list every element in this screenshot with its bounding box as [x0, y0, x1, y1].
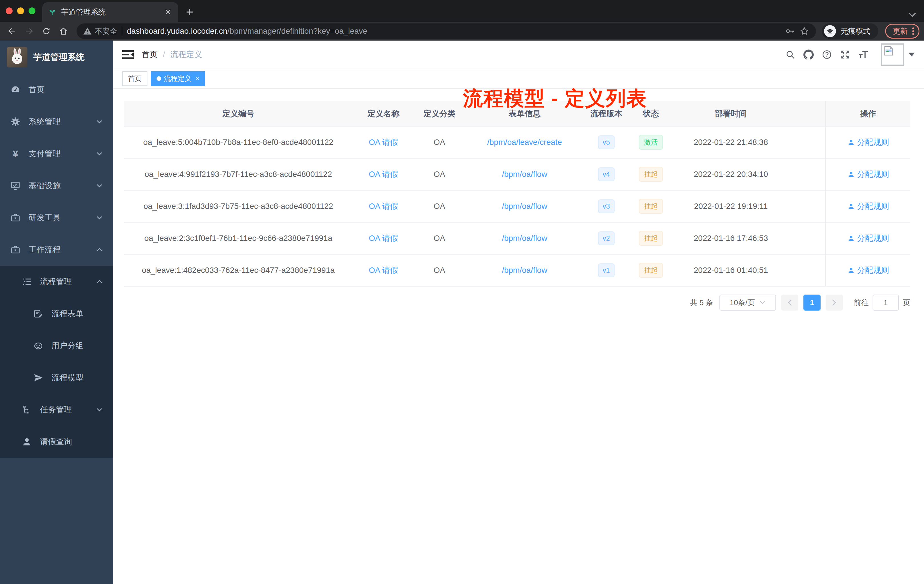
definition-name-link[interactable]: OA 请假	[369, 266, 398, 275]
chevron-down-icon	[96, 118, 103, 125]
chevron-down-icon	[96, 182, 103, 189]
version-badge: v3	[598, 200, 614, 213]
definition-name-link[interactable]: OA 请假	[369, 170, 398, 178]
home-icon[interactable]	[56, 24, 71, 39]
close-window-button[interactable]	[6, 7, 13, 14]
incognito-indicator[interactable]: 无痕模式	[822, 23, 878, 39]
assign-rule-button[interactable]: 分配规则	[847, 265, 889, 276]
briefcase-icon	[10, 244, 21, 255]
version-badge: v2	[598, 231, 614, 245]
sidebar-item-label: 流程表单	[51, 308, 113, 319]
address-bar[interactable]: 不安全 dashboard.yudao.iocoder.cn/bpm/manag…	[77, 23, 816, 39]
form-link[interactable]: /bpm/oa/flow	[502, 234, 548, 243]
col-header-name: 定义名称	[353, 101, 414, 126]
page-number-button[interactable]: 1	[804, 295, 820, 310]
definition-name-link[interactable]: OA 请假	[369, 202, 398, 211]
breadcrumb-home[interactable]: 首页	[142, 49, 158, 60]
sidebar-item-system[interactable]: 系统管理	[0, 106, 113, 138]
cell-category: OA	[414, 158, 465, 190]
version-badge: v4	[598, 167, 614, 181]
next-page-button[interactable]	[826, 295, 843, 310]
sidebar-item-label: 基础设施	[28, 180, 96, 191]
assign-rule-button[interactable]: 分配规则	[847, 201, 889, 212]
new-tab-button[interactable]	[182, 4, 198, 20]
user-icon	[847, 267, 855, 274]
sidebar-item-process-management[interactable]: 流程管理	[0, 266, 113, 298]
reload-icon[interactable]	[39, 24, 54, 39]
form-link[interactable]: /bpm/oa/flow	[502, 202, 548, 211]
pagination: 共 5 条 10条/页 1 前往 页	[124, 295, 910, 310]
bookmark-star-icon[interactable]	[799, 26, 809, 36]
table-row: oa_leave:4:991f2193-7b7f-11ec-a3c8-acde4…	[124, 158, 910, 190]
page-size-value: 10条/页	[730, 298, 755, 308]
active-dot-icon	[157, 76, 161, 81]
goto-page-input[interactable]	[873, 295, 899, 310]
app-logo-rabbit-image	[7, 47, 27, 68]
definition-name-link[interactable]: OA 请假	[369, 138, 398, 147]
font-size-icon[interactable]	[858, 49, 869, 60]
help-icon[interactable]	[822, 49, 832, 60]
table-row: oa_leave:3:1fad3d93-7b75-11ec-a3c8-acde4…	[124, 190, 910, 222]
browser-tab[interactable]: 芋道管理系统	[42, 2, 178, 22]
user-icon	[22, 437, 32, 447]
sidebar-item-dev-tools[interactable]: 研发工具	[0, 202, 113, 234]
sidebar-item-process-form[interactable]: 流程表单	[0, 298, 113, 330]
github-icon[interactable]	[804, 49, 814, 60]
assign-rule-button[interactable]: 分配规则	[847, 233, 889, 244]
assign-rule-button[interactable]: 分配规则	[847, 137, 889, 148]
tab-search-chevron-icon[interactable]	[909, 13, 916, 17]
sidebar-item-user-group[interactable]: 用户分组	[0, 330, 113, 362]
browser-tab-strip: 芋道管理系统	[0, 0, 924, 22]
browser-menu-icon[interactable]	[912, 27, 914, 35]
forward-icon[interactable]	[22, 24, 36, 39]
security-status[interactable]: 不安全	[83, 26, 117, 36]
zoom-window-button[interactable]	[28, 7, 35, 14]
sidebar-item-infrastructure[interactable]: 基础设施	[0, 170, 113, 202]
tag-process-definition[interactable]: 流程定义 ×	[151, 71, 205, 86]
briefcase-icon	[10, 213, 21, 223]
tag-close-icon[interactable]: ×	[195, 75, 199, 82]
sidebar-item-label: 工作流程	[28, 244, 96, 255]
prev-page-button[interactable]	[781, 295, 798, 310]
sidebar-item-home[interactable]: 首页	[0, 74, 113, 106]
cell-definition-id: oa_leave:4:991f2193-7b7f-11ec-a3c8-acde4…	[124, 158, 353, 190]
definition-name-link[interactable]: OA 请假	[369, 234, 398, 243]
back-icon[interactable]	[5, 24, 20, 39]
browser-update-button[interactable]: 更新	[885, 24, 919, 39]
sidebar-logo-row[interactable]: 芋道管理系统	[0, 41, 113, 74]
sidebar-item-task-management[interactable]: 任务管理	[0, 394, 113, 426]
form-link[interactable]: /bpm/oa/leave/create	[487, 138, 562, 147]
caret-down-icon[interactable]	[909, 53, 915, 56]
sidebar-item-workflow[interactable]: 工作流程	[0, 234, 113, 266]
page-size-select[interactable]: 10条/页	[719, 295, 776, 310]
fullscreen-icon[interactable]	[840, 49, 850, 60]
sidebar-item-label: 用户分组	[51, 340, 113, 351]
paper-plane-icon	[33, 373, 43, 383]
sidebar-item-leave-query[interactable]: 请假查询	[0, 426, 113, 458]
tab-close-icon[interactable]	[163, 7, 173, 16]
url-path: /bpm/manager/definition?key=oa_leave	[228, 26, 368, 35]
cell-category: OA	[414, 190, 465, 222]
status-badge: 挂起	[639, 231, 663, 246]
goto-label: 前往	[854, 298, 869, 308]
chevron-down-icon	[96, 406, 103, 413]
favicon-seedling-icon	[48, 8, 56, 16]
sidebar-item-payment[interactable]: ¥ 支付管理	[0, 138, 113, 170]
assign-rule-button[interactable]: 分配规则	[847, 169, 889, 180]
collapse-sidebar-icon[interactable]	[122, 49, 134, 60]
sidebar-item-process-model[interactable]: 流程模型	[0, 362, 113, 394]
status-badge: 挂起	[639, 199, 663, 213]
window-controls[interactable]	[0, 0, 42, 22]
update-label: 更新	[893, 26, 908, 36]
search-icon[interactable]	[785, 49, 795, 60]
password-key-icon[interactable]	[785, 26, 795, 36]
user-avatar-broken-image[interactable]	[881, 43, 904, 66]
tag-home[interactable]: 首页	[122, 71, 147, 86]
red-annotation-text: 流程模型 - 定义列表	[463, 85, 647, 112]
form-link[interactable]: /bpm/oa/flow	[502, 170, 548, 178]
form-link[interactable]: /bpm/oa/flow	[502, 266, 548, 275]
minimize-window-button[interactable]	[17, 7, 24, 14]
chevron-down-icon	[96, 214, 103, 221]
sidebar-item-label: 支付管理	[28, 148, 96, 159]
sidebar-app-title: 芋道管理系统	[33, 51, 84, 63]
